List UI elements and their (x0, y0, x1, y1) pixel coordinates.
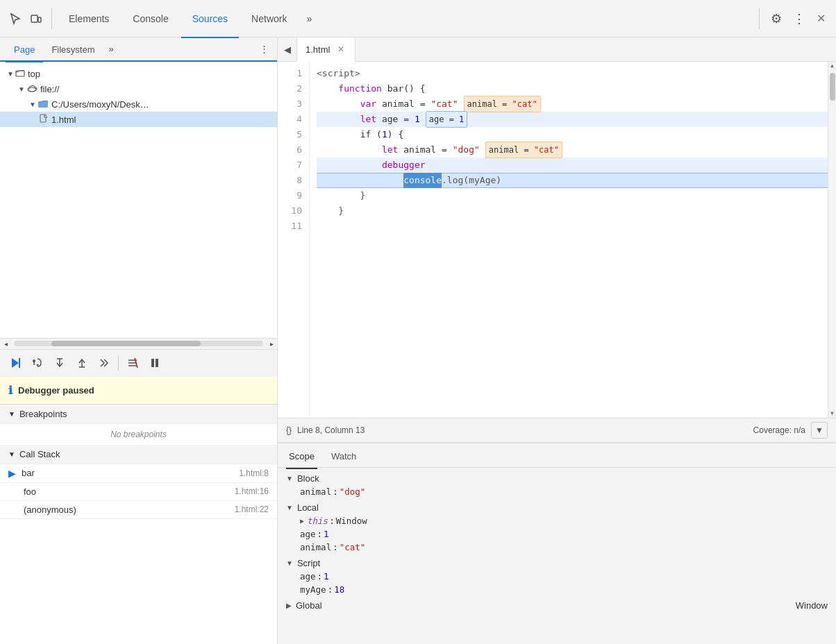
tab-network[interactable]: Network (240, 1, 298, 38)
scrollbar-track[interactable] (828, 70, 836, 409)
code-line-4: let age = 1 age = 1 (317, 112, 828, 127)
local-arrow: ▼ (286, 504, 293, 511)
cursor-icon[interactable] (6, 9, 25, 28)
scrollbar-down-btn[interactable]: ▼ (828, 409, 836, 418)
tab-filesystem[interactable]: Filesystem (43, 38, 103, 62)
toolbar-right: ⚙ ⋮ ✕ (755, 8, 830, 29)
pause-btn[interactable] (145, 353, 165, 373)
code-content[interactable]: <script> function bar() { var animal = "… (310, 62, 828, 418)
more-left-tabs-icon[interactable]: » (106, 41, 117, 57)
tooltip-line4: age = 1 (426, 111, 468, 128)
call-stack-name-anon: (anonymous) (24, 505, 235, 515)
script-arrow: ▼ (286, 559, 293, 567)
tab-watch[interactable]: Watch (328, 445, 359, 469)
folder-icon-dir (37, 99, 49, 110)
scroll-right-btn[interactable]: ▸ (266, 338, 277, 349)
call-stack-label: Call Stack (19, 449, 60, 459)
settings-icon[interactable]: ⚙ (767, 9, 786, 28)
scope-section-local: ▼ Local ▶ this : Window age : 1 (286, 501, 828, 554)
debugger-message: Debugger paused (18, 385, 94, 396)
tab-page[interactable]: Page (6, 38, 43, 62)
tree-item-file[interactable]: ▼ file:// (0, 81, 277, 96)
cloud-icon (26, 83, 37, 95)
editor-tab-close[interactable]: ✕ (335, 44, 346, 55)
call-stack-loc-anon: 1.html:22 (235, 505, 269, 514)
scope-header-global[interactable]: ▶ Global Window (286, 599, 828, 612)
tab-sources[interactable]: Sources (181, 1, 239, 38)
tree-label-1html: 1.html (51, 115, 76, 125)
step-into-btn[interactable] (50, 353, 69, 373)
format-btn[interactable]: {} (286, 425, 292, 435)
call-stack-name-foo: foo (24, 486, 235, 497)
deactivate-btn[interactable] (123, 353, 142, 373)
editor-tab-1html[interactable]: 1.html ✕ (297, 37, 356, 62)
call-stack-header[interactable]: ▼ Call Stack (0, 445, 277, 464)
step-out-btn[interactable] (72, 353, 92, 373)
this-arrow[interactable]: ▶ (300, 517, 304, 525)
step-over-btn[interactable] (28, 353, 47, 373)
toolbar-separator-2 (759, 8, 760, 29)
tab-elements[interactable]: Elements (58, 1, 120, 38)
tooltip-line3: animal = "cat" (464, 96, 541, 112)
more-options-icon[interactable]: ⋮ (789, 9, 808, 28)
editor-scrollbar[interactable]: ▲ ▼ (828, 62, 836, 418)
tree-label-top: top (28, 69, 40, 79)
code-line-6: let animal = "dog" animal = "cat" (317, 142, 828, 158)
breakpoints-label: Breakpoints (19, 409, 67, 419)
svg-rect-20 (156, 359, 158, 367)
call-stack-item-bar[interactable]: ▶ bar 1.html:8 (0, 464, 277, 483)
svg-marker-7 (12, 358, 19, 368)
more-tabs-icon[interactable]: » (299, 9, 319, 28)
call-stack-arrow: ▼ (8, 450, 15, 458)
code-line-11 (317, 219, 828, 234)
breakpoints-header[interactable]: ▼ Breakpoints (0, 405, 277, 424)
toolbar-separator (51, 8, 52, 29)
down-icon: ▼ (815, 425, 824, 435)
close-icon[interactable]: ✕ (811, 9, 830, 28)
call-stack-item-foo[interactable]: foo 1.html:16 (0, 483, 277, 501)
scope-entry-local-animal: animal : "cat" (286, 541, 828, 554)
folder-icon-top (15, 68, 25, 80)
scope-header-block[interactable]: ▼ Block (286, 472, 828, 485)
horizontal-scrollbar[interactable]: ◂ ▸ (0, 338, 277, 349)
global-value: Window (796, 600, 828, 611)
script-label: Script (297, 558, 320, 568)
scope-entry-script-age: age : 1 (286, 570, 828, 583)
tooltip-line6: animal = "cat" (485, 142, 562, 158)
info-icon: ℹ (8, 384, 12, 397)
global-arrow: ▶ (286, 602, 292, 609)
scrollbar-up-btn[interactable]: ▲ (828, 62, 836, 70)
status-down-btn[interactable]: ▼ (811, 422, 828, 439)
block-label: Block (297, 473, 319, 484)
code-line-3: var animal = "cat" animal = "cat" (317, 96, 828, 112)
resume-btn[interactable] (6, 353, 25, 373)
device-toggle-icon[interactable] (26, 9, 46, 28)
call-stack-item-anon[interactable]: (anonymous) 1.html:22 (0, 501, 277, 519)
tree-arrow-top[interactable]: ▼ (6, 70, 15, 78)
scroll-left-btn[interactable]: ◂ (0, 338, 11, 349)
code-editor[interactable]: 1 2 3 4 5 6 7 8 9 10 11 <script> (278, 62, 836, 418)
tree-arrow-dir[interactable]: ▼ (28, 101, 37, 108)
step-btn[interactable] (94, 353, 114, 373)
block-arrow: ▼ (286, 475, 293, 482)
tree-arrow-file[interactable]: ▼ (17, 85, 26, 93)
right-panel: ◀ 1.html ✕ 1 2 3 4 5 6 7 8 9 10 (278, 37, 836, 644)
editor-back-btn[interactable]: ◀ (278, 37, 297, 62)
breakpoints-arrow: ▼ (8, 410, 15, 418)
left-panel-menu-icon[interactable]: ⋮ (257, 41, 271, 57)
scroll-track[interactable] (14, 341, 263, 346)
code-line-9: } (317, 188, 828, 203)
scope-section-block: ▼ Block animal : "dog" (286, 472, 828, 498)
tree-item-1html[interactable]: 1.html (0, 112, 277, 127)
file-tree: ▼ top ▼ file:// ▼ (0, 62, 277, 338)
scope-header-script[interactable]: ▼ Script (286, 557, 828, 570)
scope-content: ▼ Block animal : "dog" ▼ Local (278, 468, 836, 644)
tree-item-dir[interactable]: ▼ C:/Users/moxyN/Desk… (0, 96, 277, 112)
editor-tabs: ◀ 1.html ✕ (278, 37, 836, 62)
tree-item-top[interactable]: ▼ top (0, 66, 277, 81)
scope-header-local[interactable]: ▼ Local (286, 501, 828, 514)
tab-scope[interactable]: Scope (286, 445, 317, 469)
tab-console[interactable]: Console (122, 1, 179, 38)
call-stack-loc-bar: 1.html:8 (239, 468, 269, 478)
file-icon-1html (39, 114, 49, 126)
